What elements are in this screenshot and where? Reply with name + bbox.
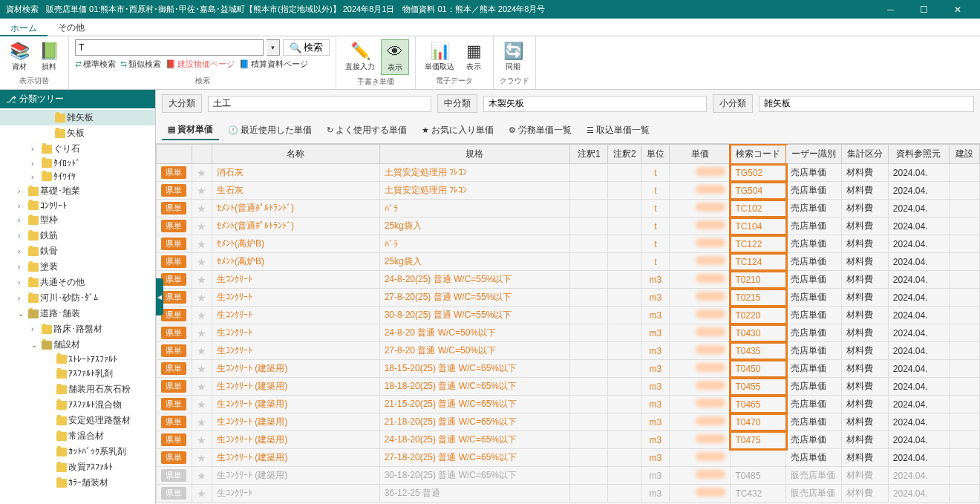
col-note1[interactable]: 注釈1 [570,145,608,164]
tree-toggle-icon[interactable]: › [31,173,40,181]
tree-item[interactable]: ›ｺﾝｸﾘｰﾄ [0,199,155,212]
estimate-check[interactable]: 📘積算資料ページ [239,59,308,70]
favorite-star[interactable]: ★ [197,381,206,393]
favorite-star[interactable]: ★ [197,488,206,500]
tree-toggle-icon[interactable]: › [18,294,27,302]
tree-toggle-icon[interactable]: › [31,325,40,333]
grid-container[interactable]: 名称 規格 注釈1 注釈2 単位 単価 検索コード ーザー識別 集計区分 資料参… [156,144,980,504]
favorite-star[interactable]: ★ [197,203,206,215]
close-button[interactable]: ✕ [941,0,974,19]
tree-toggle-icon[interactable]: › [31,160,40,168]
favorite-star[interactable]: ★ [197,363,206,375]
table-row[interactable]: 県単★生ｺﾝｸﾘｰﾄ36-12-25 普通m3TC432販売店単価材料費2024… [157,485,980,503]
favorite-star[interactable]: ★ [197,167,206,179]
table-row[interactable]: 県単★生ｺﾝｸﾘｰﾄ30-8-20(25) 普通 W/C=55%以下m3T022… [157,307,980,324]
table-row[interactable]: 県単★ｾﾒﾝﾄ(高炉B)25kg袋入tTC124売店単価材料費2024.04. [157,253,980,271]
tree-item[interactable]: ›塗装 [0,259,155,275]
favorite-star[interactable]: ★ [197,310,206,321]
import-price-button[interactable]: 📊単価取込 [422,39,457,74]
tree-toggle-icon[interactable]: › [18,263,27,271]
table-row[interactable]: 県単★生ｺﾝｸﾘｰﾄ (建築用)18-15-20(25) 普通 W/C=65%以… [157,360,980,378]
const-price-check[interactable]: 📕建設物価ページ [166,59,235,70]
favorite-star[interactable]: ★ [197,345,206,357]
tree-item[interactable]: ｱｽﾌｧﾙﾄ混合物 [0,397,155,413]
favorite-star[interactable]: ★ [197,399,206,410]
tree-item[interactable]: ›路床･路盤材 [0,321,155,337]
similar-search-check[interactable]: ⇆類似検索 [120,59,161,70]
tree-item[interactable]: ›鉄骨 [0,243,155,259]
tree-item[interactable]: ｶﾗｰ舗装材 [0,475,155,491]
favorite-star[interactable]: ★ [197,256,206,268]
table-row[interactable]: 県単★生ｺﾝｸﾘｰﾄ (建築用)30-18-20(25) 普通 W/C=65%以… [157,467,980,485]
col-price[interactable]: 単価 [670,145,731,164]
table-row[interactable]: 県単★生ｺﾝｸﾘｰﾄ (建築用)21-18-20(25) 普通 W/C=65%以… [157,413,980,431]
tree-toggle-icon[interactable]: › [31,145,40,153]
col-ref[interactable]: 資料参照元 [888,145,949,164]
tree-item[interactable]: ›ﾀｲﾜｲﾔ [0,170,155,183]
tab-home[interactable]: ホーム [0,19,48,36]
favorite-star[interactable]: ★ [197,327,206,339]
subtab-material-price[interactable]: ▤資材単価 [162,120,219,140]
col-search-code[interactable]: 検索コード [731,145,786,164]
tree-item[interactable]: 常温合材 [0,428,155,444]
subtab-labor[interactable]: ⚙労務単価一覧 [503,120,578,140]
tree-item[interactable]: 矢板 [0,125,155,141]
table-row[interactable]: 県単★生ｺﾝｸﾘｰﾄ (建築用)24-18-20(25) 普通 W/C=65%以… [157,431,980,449]
tree-item[interactable]: ⌄道路･舗装 [0,306,155,321]
tree-item[interactable]: ›ぐり石 [0,141,155,157]
col-name[interactable]: 名称 [212,145,379,164]
table-row[interactable]: 県単★ｾﾒﾝﾄ(普通ﾎﾟﾙﾄﾗﾝﾄﾞ)ﾊﾞﾗtTC102売店単価材料費2024.… [157,200,980,217]
tree-item[interactable]: 安定処理路盤材 [0,413,155,428]
favorite-star[interactable]: ★ [197,292,206,304]
col-badge[interactable] [157,145,192,164]
material-button[interactable]: 📚資材 [6,39,33,74]
mid-class-input[interactable] [483,96,707,112]
search-input[interactable] [75,39,264,56]
search-dropdown[interactable]: ▼ [267,39,280,56]
col-spec[interactable]: 規格 [379,145,570,164]
col-user[interactable]: ーザー識別 [786,145,842,164]
direct-input-button[interactable]: ✏️直接入力 [342,39,378,75]
table-row[interactable]: 県単★生ｺﾝｸﾘｰﾄ (建築用)18-18-20(25) 普通 W/C=65%以… [157,378,980,396]
table-row[interactable]: 県単★生ｺﾝｸﾘｰﾄ24-8-20 普通 W/C=50%以下m3T0430売店単… [157,324,980,342]
col-agg[interactable]: 集計区分 [842,145,889,164]
table-row[interactable]: 県単★ｾﾒﾝﾄ(高炉B)ﾊﾞﾗtTC122売店単価材料費2024.04. [157,235,980,253]
favorite-star[interactable]: ★ [197,220,206,232]
tree-toggle-icon[interactable]: ⌄ [31,341,40,349]
subtab-recent[interactable]: 🕐最近使用した単価 [222,120,318,140]
display-button[interactable]: 👁表示 [381,39,409,75]
standard-search-check[interactable]: ⇄標準検索 [75,59,116,70]
tree-item[interactable]: 舗装用石灰石粉 [0,382,155,397]
tree-toggle-icon[interactable]: › [18,232,27,240]
table-row[interactable]: 県単★生ｺﾝｸﾘｰﾄ27-8-20 普通 W/C=50%以下m3T0435売店単… [157,342,980,360]
tree-toggle-icon[interactable]: ⌄ [18,310,27,318]
table-row[interactable]: 県単★生ｺﾝｸﾘｰﾄ (建築用)21-15-20(25) 普通 W/C=65%以… [157,396,980,413]
table-row[interactable]: 県単★ｾﾒﾝﾄ(普通ﾎﾟﾙﾄﾗﾝﾄﾞ)25kg袋入tTC104売店単価材料費20… [157,217,980,235]
sync-button[interactable]: 🔄同期 [500,39,526,74]
search-button[interactable]: 🔍検索 [283,39,330,56]
large-class-input[interactable] [208,96,431,112]
favorite-star[interactable]: ★ [197,434,206,446]
table-row[interactable]: 県単★生ｺﾝｸﾘｰﾄ24-8-20(25) 普通 W/C=55%以下m3T021… [157,271,980,289]
table-row[interactable]: 県単★消石灰土質安定処理用 ﾌﾚｺﾝtTG502売店単価材料費2024.04. [157,164,980,182]
favorite-star[interactable]: ★ [197,470,206,482]
favorite-star[interactable]: ★ [197,238,206,250]
favorite-star[interactable]: ★ [197,185,206,197]
loss-button[interactable]: 📗損料 [36,39,62,74]
tree-toggle-icon[interactable]: › [18,216,27,224]
tree-toggle-icon[interactable]: › [18,278,27,287]
table-row[interactable]: 県単★生ｺﾝｸﾘｰﾄ (建築用)27-18-20(25) 普通 W/C=65%以… [157,449,980,467]
tree-item[interactable]: ｱｽﾌｧﾙﾄ乳剤 [0,366,155,382]
favorite-star[interactable]: ★ [197,416,206,428]
table-row[interactable]: 県単★生ｺﾝｸﾘｰﾄ27-8-20(25) 普通 W/C=55%以下m3T021… [157,289,980,307]
tree-toggle-icon[interactable]: › [18,202,27,210]
col-note2[interactable]: 注釈2 [608,145,641,164]
favorite-star[interactable]: ★ [197,452,206,464]
tree-item[interactable]: ›基礎･地業 [0,183,155,199]
subtab-favorite[interactable]: ★お気に入り単価 [416,120,500,140]
col-unit[interactable]: 単位 [641,145,670,164]
subtab-frequent[interactable]: ↻よく使用する単価 [321,120,413,140]
tree-item[interactable]: ›型枠 [0,212,155,228]
col-star[interactable] [192,145,212,164]
show-button[interactable]: ▦表示 [460,39,487,74]
